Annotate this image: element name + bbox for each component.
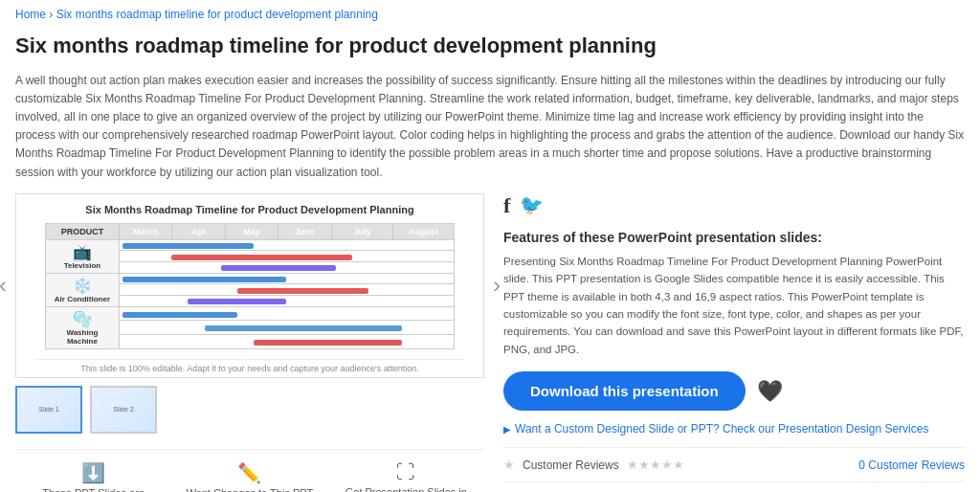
- page-title: Six months roadmap timeline for product …: [0, 29, 980, 68]
- download-section: Download this presentation 🖤: [503, 371, 965, 411]
- slide-title: Six Months Roadmap Timeline for Product …: [45, 204, 455, 215]
- thumbnails: Slide 1 Slide 2: [15, 378, 484, 441]
- roadmap-table: PRODUCT March Apr May June July August: [45, 223, 455, 349]
- bottom-action-1-label: These PPT Slides are: [15, 487, 171, 492]
- star-empty-icon: ★: [503, 458, 515, 472]
- social-icons: f 🐦: [503, 193, 965, 218]
- bottom-action-3-label: Get Presentation Slides in: [328, 486, 484, 492]
- breadcrumb: Home › Six months roadmap timeline for p…: [0, 0, 980, 29]
- download-slides-icon: ⬇️: [15, 461, 171, 484]
- play-icon: ▶: [503, 424, 511, 435]
- divider-2: [503, 481, 965, 482]
- reviews-section: ★ Customer Reviews ★★★★★ 0 Customer Revi…: [503, 454, 965, 492]
- customer-reviews-count-link[interactable]: 0 Customer Reviews: [858, 458, 965, 472]
- thumbnail-1[interactable]: Slide 1: [15, 386, 82, 434]
- next-arrow[interactable]: ›: [493, 272, 501, 299]
- bottom-action-2-label: Want Changes to This PPT Slide? Check: [171, 487, 327, 492]
- breadcrumb-current[interactable]: Six months roadmap timeline for product …: [56, 8, 378, 21]
- customer-reviews-label: Customer Reviews: [523, 458, 619, 472]
- rate-product-row: ★ Rate this Product ★★★★★ Rate This Prod…: [503, 488, 965, 492]
- heart-button[interactable]: 🖤: [757, 379, 783, 404]
- bottom-actions: ⬇️ These PPT Slides are ✏️ Want Changes …: [15, 449, 484, 492]
- prev-arrow[interactable]: ‹: [0, 272, 7, 299]
- custom-design-link[interactable]: ▶ Want a Custom Designed Slide or PPT? C…: [503, 422, 965, 436]
- features-title: Features of these PowerPoint presentatio…: [503, 230, 965, 245]
- slide-caption: This slide is 100% editable. Adapt it to…: [35, 359, 464, 377]
- fullscreen-icon: ⛶: [328, 461, 484, 483]
- divider-1: [503, 447, 965, 448]
- page-description: A well thought out action plan makes exe…: [0, 68, 980, 193]
- main-content: ‹ › Six Months Roadmap Timeline for Prod…: [0, 193, 980, 492]
- thumbnail-2[interactable]: Slide 2: [90, 386, 157, 434]
- bottom-action-2[interactable]: ✏️ Want Changes to This PPT Slide? Check: [171, 461, 327, 492]
- bottom-action-1[interactable]: ⬇️ These PPT Slides are: [15, 461, 171, 492]
- facebook-icon[interactable]: f: [503, 193, 510, 218]
- twitter-icon[interactable]: 🐦: [520, 193, 544, 218]
- right-panel: f 🐦 Features of these PowerPoint present…: [503, 193, 965, 492]
- download-button[interactable]: Download this presentation: [503, 371, 746, 411]
- customer-reviews-row: ★ Customer Reviews ★★★★★ 0 Customer Revi…: [503, 454, 965, 476]
- slide-preview: ‹ › Six Months Roadmap Timeline for Prod…: [15, 193, 484, 378]
- features-text: Presenting Six Months Roadmap Timeline F…: [503, 253, 965, 358]
- bottom-action-3[interactable]: ⛶ Get Presentation Slides in: [328, 461, 484, 492]
- changes-icon: ✏️: [171, 461, 327, 484]
- left-panel: ‹ › Six Months Roadmap Timeline for Prod…: [15, 193, 484, 492]
- breadcrumb-home[interactable]: Home: [15, 8, 46, 21]
